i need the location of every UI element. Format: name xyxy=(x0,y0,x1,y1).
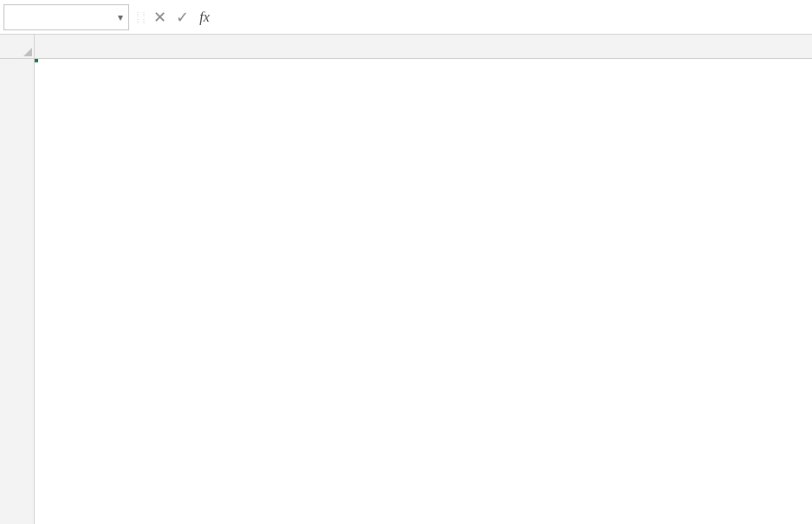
confirm-icon[interactable]: ✓ xyxy=(171,4,193,30)
drag-handle-icon[interactable]: ⋮⋮⋮⋮ xyxy=(134,10,148,23)
cancel-icon[interactable]: ✕ xyxy=(148,4,171,30)
chevron-down-icon[interactable]: ▾ xyxy=(113,11,128,23)
active-cell-indicator xyxy=(35,59,38,62)
spreadsheet xyxy=(0,35,812,524)
grid[interactable] xyxy=(35,59,812,524)
column-headers xyxy=(35,35,812,59)
fx-icon[interactable]: fx xyxy=(193,4,216,30)
spill-range-indicator xyxy=(35,59,36,61)
formula-bar: ▾ ⋮⋮⋮⋮ ✕ ✓ fx xyxy=(0,0,812,35)
row-headers xyxy=(0,59,35,524)
name-box[interactable]: ▾ xyxy=(3,4,129,30)
formula-input[interactable] xyxy=(216,4,812,30)
select-all-corner[interactable] xyxy=(0,35,35,59)
